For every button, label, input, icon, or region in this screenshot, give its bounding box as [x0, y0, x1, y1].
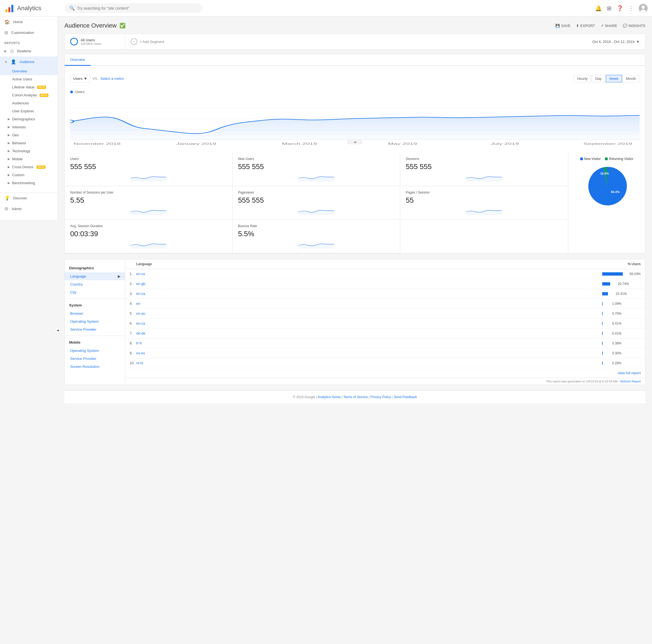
table-row: 7. de-de 0.41% — [125, 328, 645, 339]
city-link[interactable]: City — [65, 288, 125, 296]
app-header: Analytics 🔍 🔔 ⊞ ❓ ⋮ — [0, 0, 652, 17]
language-col-header: Language — [136, 262, 586, 266]
country-link[interactable]: Country — [65, 280, 125, 288]
help-icon[interactable]: ❓ — [617, 5, 623, 11]
terms-link[interactable]: Terms of Service — [343, 395, 368, 399]
date-range-picker[interactable]: Oct 6, 2018 - Oct 12, 2019 ▼ — [587, 36, 645, 48]
mobile-service-provider-link[interactable]: Service Provider — [65, 355, 125, 363]
month-button[interactable]: Month — [623, 75, 640, 82]
day-button[interactable]: Day — [592, 75, 605, 82]
collapse-sidebar-button[interactable]: ◀ — [54, 327, 61, 334]
language-link-4[interactable]: en-au — [136, 312, 145, 316]
sidebar-item-realtime[interactable]: ▶ ◷ Realtime — [0, 46, 57, 56]
browser-link[interactable]: Browser — [65, 310, 125, 318]
metrics-grid: Users 555 555 New Users 555 555 Sessions… — [65, 153, 568, 253]
save-button[interactable]: 💾 SAVE — [555, 24, 571, 28]
svg-text:January 2019: January 2019 — [176, 142, 216, 145]
metric-sparkline-4 — [238, 207, 395, 215]
language-link-3[interactable]: en — [136, 301, 140, 305]
bar-6 — [602, 332, 603, 335]
sidebar-item-admin[interactable]: ⚙ Admin — [0, 204, 57, 214]
language-link-5[interactable]: en-ca — [136, 321, 145, 325]
export-button[interactable]: ⬆ EXPORT — [576, 24, 595, 28]
user-avatar[interactable] — [639, 4, 648, 13]
sidebar-item-lifetime-value[interactable]: Lifetime Value BETA — [0, 83, 57, 91]
service-provider-link[interactable]: Service Provider — [65, 325, 125, 333]
analytics-home-link[interactable]: Analytics Home — [318, 395, 341, 399]
page-title-area: Audience Overview ✅ — [64, 22, 126, 29]
insights-button[interactable]: 💬 INSIGHTS — [623, 24, 645, 28]
sidebar-item-geo[interactable]: ▶ Geo — [0, 131, 57, 139]
metric-dropdown-label: Users — [73, 77, 83, 81]
all-users-segment[interactable]: All Users 100.00% Users — [65, 34, 125, 49]
metric-sparkline-5 — [406, 207, 563, 215]
bar-9 — [602, 361, 603, 365]
screen-resolution-link[interactable]: Screen Resolution — [65, 363, 125, 371]
sidebar-item-cross-device[interactable]: ▶ Cross Device BETA — [0, 163, 57, 171]
operating-system-link[interactable]: Operating System — [65, 318, 125, 325]
week-button[interactable]: Week — [606, 75, 622, 82]
metric-label-7: Bounce Rate — [238, 224, 395, 228]
mobile-title: Mobile — [65, 338, 125, 347]
cohort-label: Cohort Analysis — [12, 93, 37, 97]
bell-icon[interactable]: 🔔 — [595, 5, 602, 11]
share-button[interactable]: ↗ SHARE — [600, 24, 617, 28]
search-input[interactable] — [77, 6, 198, 10]
hourly-button[interactable]: Hourly — [574, 75, 591, 82]
sidebar-item-interests[interactable]: ▶ Interests — [0, 123, 57, 131]
table-row: 6. en-ca 0.41% — [125, 319, 645, 328]
sidebar-item-discover[interactable]: 💡 Discover — [0, 193, 57, 204]
more-icon[interactable]: ⋮ — [628, 5, 634, 11]
sidebar-item-audiences[interactable]: Audiences — [0, 99, 57, 107]
pct-cell-1: 20.74% — [613, 282, 629, 286]
apps-icon[interactable]: ⊞ — [607, 5, 612, 11]
language-link-9[interactable]: nl-nl — [136, 361, 143, 365]
sidebar-item-customization[interactable]: ⊞ Customization — [0, 27, 57, 38]
sidebar-item-custom[interactable]: ▶ Custom — [0, 171, 57, 179]
sidebar-item-user-explorer[interactable]: User Explorer — [0, 107, 57, 115]
svg-text:15.6%: 15.6% — [600, 172, 609, 175]
language-link-0[interactable]: en-us — [136, 272, 145, 276]
metric-label-1: New Users — [238, 157, 395, 161]
language-link-8[interactable]: es-es — [136, 351, 145, 355]
page-header: Audience Overview ✅ 💾 SAVE ⬆ EXPORT ↗ SH… — [64, 22, 645, 29]
language-link-6[interactable]: de-de — [136, 331, 145, 336]
language-link-2[interactable]: en-za — [136, 292, 145, 296]
rank-cell: 1. — [130, 272, 136, 276]
sidebar-item-demographics[interactable]: ▶ Demographics — [0, 115, 57, 123]
tab-overview-label: Overview — [70, 57, 85, 62]
new-visitor-color — [580, 158, 583, 160]
sidebar-item-benchmarking[interactable]: ▶ Benchmarking — [0, 179, 57, 187]
behavior-chevron-icon: ▶ — [8, 141, 10, 145]
sidebar-item-technology[interactable]: ▶ Technology — [0, 147, 57, 155]
metric-value-1: 555 555 — [238, 162, 395, 171]
system-title: System — [65, 301, 125, 310]
metric-label-0: Users — [70, 157, 227, 161]
table-row: 3. en-za 15.31% — [125, 289, 645, 299]
metric-dropdown[interactable]: Users ▼ — [70, 75, 90, 83]
add-segment-button[interactable]: + + Add Segment — [125, 34, 169, 49]
language-link-1[interactable]: en-gb — [136, 281, 145, 286]
sidebar-item-active-users[interactable]: Active Users — [0, 75, 57, 83]
view-full-report-link[interactable]: view full report — [125, 368, 645, 378]
tab-overview[interactable]: Overview — [65, 54, 90, 66]
language-link-7[interactable]: fr-fr — [136, 341, 142, 345]
privacy-link[interactable]: Privacy Policy — [371, 395, 391, 399]
mobile-os-link[interactable]: Operating System — [65, 347, 125, 355]
sidebar-item-mobile[interactable]: ▶ Mobile — [0, 155, 57, 163]
sidebar-item-overview[interactable]: Overview — [0, 67, 57, 75]
chart-controls: Users ▼ VS. Select a metric Hourly Day W… — [65, 71, 645, 86]
sidebar-item-home[interactable]: 🏠 Home — [0, 17, 57, 27]
export-icon: ⬆ — [576, 24, 579, 28]
bar-area-5: 0.41% — [602, 322, 641, 325]
home-icon: 🏠 — [4, 19, 10, 25]
language-link[interactable]: Language ▶ — [65, 272, 125, 280]
select-metric-link[interactable]: Select a metric — [101, 77, 124, 81]
sidebar-item-behavior[interactable]: ▶ Behavior — [0, 139, 57, 147]
refresh-report-link[interactable]: Refresh Report — [620, 380, 641, 383]
sidebar-item-audience[interactable]: ▼ 👤 Audience — [0, 56, 57, 67]
sidebar-item-cohort-analysis[interactable]: Cohort Analysis BETA — [0, 91, 57, 99]
send-feedback-link[interactable]: Send Feedback — [394, 395, 417, 399]
search-bar[interactable]: 🔍 — [65, 3, 202, 13]
new-visitor-label: New Visitor — [584, 157, 600, 161]
